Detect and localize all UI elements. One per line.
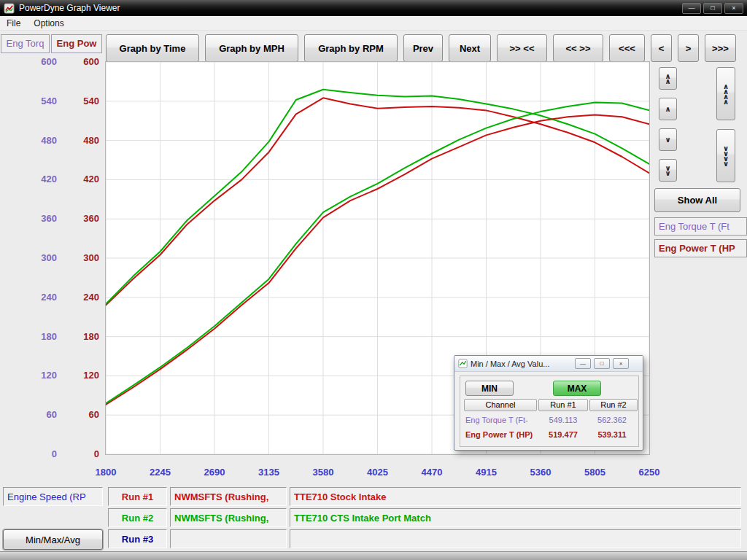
scroll-down-x4-button[interactable]: ∨∨∨∨: [716, 129, 735, 182]
fast-left-button[interactable]: <<<: [609, 34, 645, 62]
minmax-title-bar[interactable]: Min / Max / Avg Valu... — □ ×: [454, 356, 643, 372]
y-tick-label: 0: [67, 448, 99, 460]
chevron-down-icon: ∨: [723, 161, 729, 166]
channel-label-power[interactable]: Eng Power T (HP: [654, 239, 747, 257]
window-title: PowerDyne Graph Viewer: [19, 3, 680, 13]
minmax-header-channel[interactable]: Channel: [464, 399, 537, 411]
run-2-file[interactable]: NWMSFTS (Rushing,: [170, 508, 287, 527]
y-axis-power-labels: 060120180240300360420480540600: [67, 62, 99, 454]
min-button[interactable]: MIN: [465, 381, 514, 396]
minmaxavg-button[interactable]: Min/Max/Avg: [3, 529, 103, 550]
y-tick-label: 480: [25, 135, 57, 147]
run-2-description[interactable]: TTE710 CTS Intake Port Match: [290, 508, 741, 527]
y-tick-label: 120: [25, 370, 57, 381]
y-tick-label: 180: [67, 331, 99, 343]
channel-label-torque[interactable]: Eng Torque T (Ft: [654, 217, 747, 236]
run-3-label[interactable]: Run #3: [108, 529, 167, 548]
x-tick-label: 2690: [204, 467, 225, 478]
chevron-down-icon: ∨: [665, 137, 670, 142]
minmax-restore-icon[interactable]: □: [594, 358, 610, 369]
y-tick-label: 300: [25, 252, 57, 264]
minmax-table-header: Channel Run #1 Run #2: [464, 399, 638, 411]
app-icon: [4, 3, 15, 14]
x-tick-label: 3135: [258, 467, 279, 478]
x-tick-label: 4915: [476, 467, 497, 478]
scroll-down-x2-button[interactable]: ∨∨: [659, 159, 677, 182]
y-tick-label: 420: [67, 174, 99, 185]
x-tick-label: 1800: [96, 467, 117, 478]
minmax-channel-name: Eng Torque T (Ft-: [464, 416, 538, 424]
run-3-description[interactable]: [290, 529, 741, 548]
graph-by-mph-button[interactable]: Graph by MPH: [205, 34, 298, 62]
run-2-label[interactable]: Run #2: [108, 508, 167, 527]
menu-file[interactable]: File: [0, 17, 27, 30]
minmax-run2-value: 539.311: [588, 430, 636, 439]
run-1-description[interactable]: TTE710 Stock Intake: [290, 487, 741, 506]
menu-bar: File Options: [0, 16, 747, 31]
minimize-icon[interactable]: —: [682, 3, 701, 14]
max-button[interactable]: MAX: [553, 381, 601, 396]
x-tick-label: 6250: [639, 467, 660, 478]
close-icon[interactable]: ×: [724, 3, 743, 14]
graph-by-rpm-button[interactable]: Graph by RPM: [304, 34, 398, 62]
scroll-up-x2-button[interactable]: ∧∧: [659, 67, 677, 90]
y-axis-torque-labels: 060120180240300360420480540600: [25, 62, 57, 454]
x-tick-label: 5360: [530, 467, 551, 478]
y-tick-label: 60: [25, 409, 57, 421]
scroll-down-x1-button[interactable]: ∨: [659, 128, 677, 151]
y-tick-label: 420: [25, 174, 57, 185]
minmax-window: Min / Max / Avg Valu... — □ × MIN MAX Ch…: [454, 355, 643, 451]
y-tick-label: 480: [67, 135, 99, 147]
graph-by-time-button[interactable]: Graph by Time: [106, 34, 199, 62]
y-tick-label: 240: [25, 292, 57, 303]
step-right-button[interactable]: >: [678, 34, 699, 62]
minmax-window-title: Min / Max / Avg Valu...: [471, 359, 572, 368]
run-3-file[interactable]: [170, 529, 287, 548]
title-bar[interactable]: PowerDyne Graph Viewer — □ ×: [0, 0, 747, 16]
minmax-table-row: Eng Torque T (Ft-549.113562.362: [464, 413, 638, 427]
y-tick-label: 360: [67, 213, 99, 225]
tab-eng-torque-axis[interactable]: Eng Torq: [1, 34, 50, 53]
x-axis-rpm-labels: 1800224526903135358040254470491553605805…: [106, 467, 649, 480]
y-tick-label: 120: [67, 370, 99, 381]
minmax-minimize-icon[interactable]: —: [575, 358, 591, 369]
prev-button[interactable]: Prev: [403, 34, 443, 62]
chevron-down-icon: ∨: [665, 171, 670, 176]
minmax-run1-value: 549.113: [538, 416, 588, 424]
tab-eng-power-axis[interactable]: Eng Pow: [51, 34, 102, 53]
run-1-file[interactable]: NWMSFTS (Rushing,: [170, 487, 287, 506]
minmax-header-run2[interactable]: Run #2: [589, 399, 638, 411]
menu-options[interactable]: Options: [27, 17, 70, 30]
y-tick-label: 60: [67, 409, 99, 421]
scroll-up-x4-button[interactable]: ∧∧∧∧: [716, 67, 735, 120]
y-tick-label: 360: [25, 213, 57, 225]
minmax-panel: MIN MAX Channel Run #1 Run #2 Eng Torque…: [460, 376, 639, 447]
y-tick-label: 0: [25, 448, 57, 460]
minmax-window-icon: [458, 359, 468, 368]
y-tick-label: 540: [25, 96, 57, 107]
chevron-up-icon: ∧: [665, 79, 670, 84]
minmax-table-body: Eng Torque T (Ft-549.113562.362Eng Power…: [464, 413, 638, 442]
maximize-icon[interactable]: □: [703, 3, 722, 14]
y-tick-label: 180: [25, 331, 57, 343]
engine-speed-channel-box[interactable]: Engine Speed (RP: [3, 487, 103, 506]
scroll-up-x1-button[interactable]: ∧: [659, 98, 677, 120]
y-tick-label: 600: [67, 56, 99, 68]
fast-right-button[interactable]: >>>: [705, 34, 736, 62]
chevron-up-icon: ∧: [723, 99, 729, 104]
show-all-button[interactable]: Show All: [654, 188, 740, 212]
y-tick-label: 600: [25, 56, 57, 68]
toolbar: Graph by TimeGraph by MPHGraph by RPMPre…: [106, 34, 736, 62]
zoom-out-button[interactable]: << >>: [553, 34, 603, 62]
zoom-in-button[interactable]: >> <<: [497, 34, 547, 62]
minmax-close-icon[interactable]: ×: [613, 358, 629, 369]
run-1-label[interactable]: Run #1: [108, 487, 167, 506]
x-tick-label: 4470: [422, 467, 443, 478]
minmax-run2-value: 562.362: [588, 416, 636, 424]
y-tick-label: 300: [67, 252, 99, 264]
x-tick-label: 2245: [150, 467, 171, 478]
next-button[interactable]: Next: [449, 34, 491, 62]
minmax-header-run1[interactable]: Run #1: [538, 399, 588, 411]
step-left-button[interactable]: <: [651, 34, 672, 62]
y-tick-label: 240: [67, 292, 99, 303]
